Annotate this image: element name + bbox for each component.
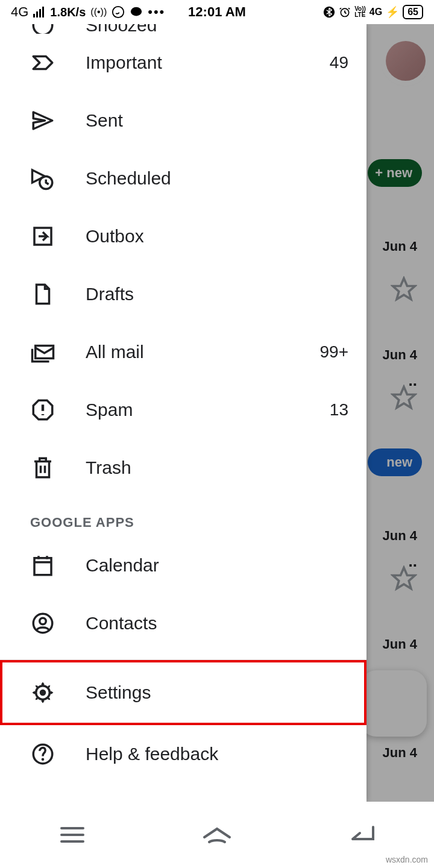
- scheduled-icon: [30, 166, 55, 191]
- svg-point-4: [113, 7, 124, 17]
- nav-back-button[interactable]: [344, 820, 380, 850]
- drawer-label: Outbox: [86, 226, 348, 247]
- drawer-label: Help & feedback: [86, 744, 348, 764]
- svg-rect-0: [33, 14, 35, 17]
- nav-menu-button[interactable]: [54, 820, 90, 850]
- status-time: 12:01 AM: [188, 4, 246, 20]
- drawer-count: 49: [330, 53, 348, 72]
- bluetooth-icon: [323, 6, 335, 18]
- signal-icon: [33, 7, 45, 17]
- drawer-item-spam[interactable]: Spam 13: [0, 381, 366, 439]
- svg-rect-12: [34, 558, 51, 575]
- drawer-label: Scheduled: [86, 168, 348, 189]
- chat-icon: [130, 5, 143, 19]
- document-icon: [30, 281, 55, 307]
- outbox-icon: [30, 224, 55, 249]
- drawer-label: All mail: [86, 342, 320, 362]
- drawer-count: 99+: [320, 342, 349, 362]
- drawer-label: Calendar: [86, 555, 348, 576]
- navigation-drawer: Snoozed Important 49 Sent Scheduled Outb…: [0, 24, 366, 802]
- svg-point-15: [40, 690, 46, 696]
- drawer-label: Snoozed: [86, 24, 348, 34]
- allmail-icon: [30, 339, 55, 365]
- svg-rect-2: [39, 9, 41, 17]
- svg-rect-1: [36, 11, 38, 17]
- svg-point-5: [131, 7, 142, 16]
- trash-icon: [30, 455, 55, 480]
- send-icon: [30, 108, 55, 133]
- contacts-icon: [30, 611, 55, 636]
- clock-icon: [30, 24, 55, 34]
- svg-point-18: [42, 758, 45, 761]
- lightning-icon: ⚡: [386, 5, 399, 19]
- svg-point-14: [40, 618, 46, 624]
- status-bar: 4G 1.8K/s ((•)) ••• 12:01 AM Vo)) LTE 4G…: [0, 0, 434, 24]
- drawer-item-calendar[interactable]: Calendar: [0, 536, 366, 594]
- nav-home-button[interactable]: [199, 820, 235, 850]
- important-icon: [30, 50, 55, 75]
- drawer-label: Contacts: [86, 613, 348, 634]
- drawer-item-sent[interactable]: Sent: [0, 92, 366, 149]
- status-left: 4G 1.8K/s ((•)) •••: [11, 4, 165, 20]
- network-4g-small: 4G: [370, 7, 382, 17]
- drawer-item-drafts[interactable]: Drafts: [0, 265, 366, 323]
- alarm-icon: [339, 6, 351, 18]
- help-icon: [30, 741, 55, 767]
- network-type: 4G: [11, 4, 28, 20]
- drawer-label: Sent: [86, 110, 348, 131]
- gear-icon: [30, 680, 55, 705]
- drawer-label: Drafts: [86, 284, 348, 304]
- bottom-nav: [0, 802, 434, 868]
- spam-icon: [30, 397, 55, 423]
- battery-indicator: 65: [403, 5, 423, 19]
- svg-rect-3: [42, 7, 44, 17]
- whatsapp-icon: [112, 5, 125, 19]
- status-right: Vo)) LTE 4G ⚡ 65: [323, 5, 423, 19]
- watermark: wsxdn.com: [386, 855, 428, 864]
- drawer-section-header: GOOGLE APPS: [0, 497, 366, 536]
- drawer-item-help[interactable]: Help & feedback: [0, 725, 366, 783]
- drawer-label: Settings: [86, 682, 348, 703]
- calendar-icon: [30, 553, 55, 578]
- drawer-item-allmail[interactable]: All mail 99+: [0, 323, 366, 381]
- drawer-item-settings[interactable]: Settings: [0, 660, 366, 725]
- data-speed: 1.8K/s: [50, 5, 86, 19]
- drawer-item-trash[interactable]: Trash: [0, 439, 366, 497]
- svg-point-8: [33, 24, 52, 34]
- drawer-item-snoozed[interactable]: Snoozed: [0, 24, 366, 34]
- drawer-label: Spam: [86, 400, 330, 420]
- drawer-label: Important: [86, 52, 330, 73]
- volte-indicator: Vo)) LTE: [354, 6, 366, 18]
- drawer-item-outbox[interactable]: Outbox: [0, 207, 366, 265]
- more-dots-icon: •••: [148, 4, 165, 20]
- hotspot-icon: ((•)): [90, 7, 107, 17]
- drawer-item-scheduled[interactable]: Scheduled: [0, 149, 366, 207]
- drawer-count: 13: [330, 400, 348, 420]
- drawer-item-important[interactable]: Important 49: [0, 34, 366, 92]
- drawer-item-contacts[interactable]: Contacts: [0, 594, 366, 652]
- drawer-label: Trash: [86, 458, 348, 478]
